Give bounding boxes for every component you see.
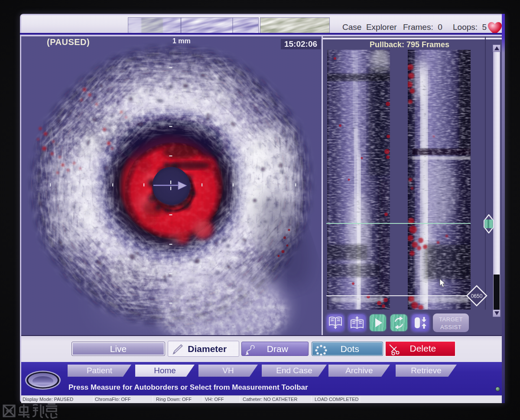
svg-text:0650: 0650: [471, 293, 483, 299]
